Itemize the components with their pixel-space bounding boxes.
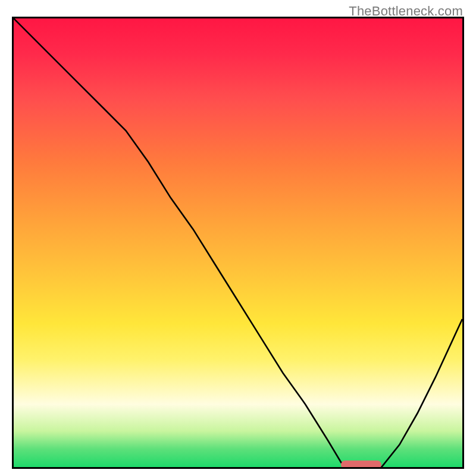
chart-curve-layer xyxy=(14,18,462,467)
optimal-range-marker xyxy=(341,461,381,469)
chart-frame xyxy=(12,17,464,469)
bottleneck-curve xyxy=(14,18,462,467)
